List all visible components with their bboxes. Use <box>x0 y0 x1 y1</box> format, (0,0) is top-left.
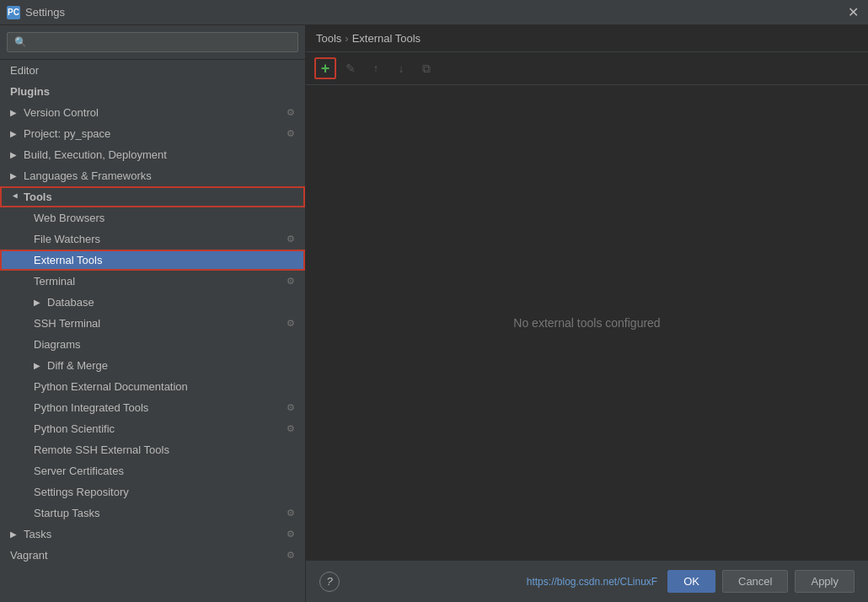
expand-arrow-icon: ▶ <box>34 361 44 370</box>
ok-button[interactable]: OK <box>667 570 715 593</box>
bottom-bar: ? https://blog.csdn.net/CLinuxF OK Cance… <box>306 560 868 602</box>
sidebar-item-label: Terminal <box>34 275 287 288</box>
settings-icon: ⚙ <box>287 529 295 540</box>
breadcrumb-current: External Tools <box>352 32 421 45</box>
sidebar-item-label: Database <box>47 296 295 309</box>
sidebar-item-diff-merge[interactable]: ▶ Diff & Merge <box>0 355 305 376</box>
expand-arrow-icon: ▶ <box>10 529 20 539</box>
settings-icon: ⚙ <box>287 318 295 329</box>
toolbar: + ✎ ↑ ↓ ⧉ <box>306 52 868 85</box>
sidebar-item-external-tools[interactable]: External Tools <box>0 250 305 271</box>
breadcrumb-parent: Tools <box>316 32 341 45</box>
settings-icon: ⚙ <box>287 550 295 561</box>
url-display: https://blog.csdn.net/CLinuxF <box>527 576 657 588</box>
settings-icon: ⚙ <box>287 128 295 139</box>
sidebar-item-python-external-docs[interactable]: Python External Documentation <box>0 376 305 397</box>
main-layout: Editor Plugins ▶ Version Control ⚙ ▶ Pro… <box>0 25 868 602</box>
down-arrow-icon: ↓ <box>399 62 405 75</box>
add-tool-button[interactable]: + <box>314 57 336 79</box>
sidebar-list: Editor Plugins ▶ Version Control ⚙ ▶ Pro… <box>0 60 305 602</box>
sidebar-item-label: Vagrant <box>10 549 287 562</box>
sidebar-item-label: Settings Repository <box>34 486 295 498</box>
search-input[interactable] <box>7 32 298 52</box>
close-button[interactable]: ✕ <box>844 4 861 21</box>
bottom-actions: OK Cancel Apply <box>667 570 855 593</box>
sidebar-item-editor[interactable]: Editor <box>0 60 305 81</box>
sidebar-item-terminal[interactable]: Terminal ⚙ <box>0 271 305 292</box>
sidebar-item-python-scientific[interactable]: Python Scientific ⚙ <box>0 418 305 439</box>
sidebar-item-startup-tasks[interactable]: Startup Tasks ⚙ <box>0 503 305 524</box>
sidebar-item-file-watchers[interactable]: File Watchers ⚙ <box>0 228 305 250</box>
sidebar-item-label: Plugins <box>10 85 295 98</box>
sidebar-item-ssh-terminal[interactable]: SSH Terminal ⚙ <box>0 313 305 334</box>
sidebar-item-tools[interactable]: ▼ Tools <box>0 186 305 207</box>
settings-icon: ⚙ <box>287 423 295 434</box>
sidebar-item-label: Languages & Frameworks <box>24 169 295 182</box>
sidebar-item-label: Diagrams <box>34 338 295 351</box>
sidebar-item-label: Diff & Merge <box>47 359 295 372</box>
sidebar-item-label: External Tools <box>34 254 295 266</box>
sidebar-item-tasks[interactable]: ▶ Tasks ⚙ <box>0 524 305 545</box>
sidebar-item-label: Version Control <box>24 106 287 119</box>
expand-arrow-icon: ▶ <box>10 171 20 180</box>
settings-icon: ⚙ <box>287 276 295 287</box>
sidebar-item-database[interactable]: ▶ Database <box>0 292 305 313</box>
sidebar-item-diagrams[interactable]: Diagrams <box>0 334 305 355</box>
settings-icon: ⚙ <box>287 402 295 413</box>
settings-icon: ⚙ <box>287 234 295 245</box>
sidebar-item-web-browsers[interactable]: Web Browsers <box>0 207 305 228</box>
copy-tool-button[interactable]: ⧉ <box>415 57 437 79</box>
app-icon: PC <box>7 6 20 19</box>
apply-button[interactable]: Apply <box>795 570 855 593</box>
sidebar-item-label: Tools <box>24 191 295 203</box>
expand-arrow-icon: ▶ <box>34 298 44 307</box>
search-bar <box>0 25 305 60</box>
content-body: No external tools configured <box>306 85 868 560</box>
edit-icon: ✎ <box>346 62 356 75</box>
window-title: Settings <box>25 6 65 19</box>
move-up-button[interactable]: ↑ <box>365 57 387 79</box>
sidebar-item-plugins[interactable]: Plugins <box>0 81 305 102</box>
sidebar-item-label: Python Integrated Tools <box>34 401 287 414</box>
sidebar-item-python-integrated-tools[interactable]: Python Integrated Tools ⚙ <box>0 397 305 418</box>
expand-arrow-icon: ▶ <box>10 129 20 138</box>
breadcrumb: Tools › External Tools <box>306 25 868 52</box>
sidebar-item-label: File Watchers <box>34 233 287 245</box>
expand-arrow-icon: ▶ <box>10 108 20 117</box>
sidebar-item-project[interactable]: ▶ Project: py_space ⚙ <box>0 123 305 144</box>
sidebar-item-remote-ssh-external-tools[interactable]: Remote SSH External Tools <box>0 439 305 460</box>
sidebar-item-label: Build, Execution, Deployment <box>24 148 295 161</box>
sidebar-item-label: Editor <box>10 64 295 77</box>
sidebar-item-version-control[interactable]: ▶ Version Control ⚙ <box>0 102 305 123</box>
sidebar-item-languages[interactable]: ▶ Languages & Frameworks <box>0 165 305 186</box>
sidebar-item-label: SSH Terminal <box>34 317 287 330</box>
sidebar: Editor Plugins ▶ Version Control ⚙ ▶ Pro… <box>0 25 306 602</box>
empty-message: No external tools configured <box>513 316 660 330</box>
sidebar-item-settings-repository[interactable]: Settings Repository <box>0 481 305 503</box>
expand-arrow-icon: ▼ <box>11 192 20 202</box>
sidebar-item-label: Python Scientific <box>34 422 287 435</box>
sidebar-item-build[interactable]: ▶ Build, Execution, Deployment <box>0 144 305 165</box>
help-button[interactable]: ? <box>319 572 340 592</box>
sidebar-item-label: Web Browsers <box>34 212 295 224</box>
sidebar-item-label: Remote SSH External Tools <box>34 443 295 456</box>
sidebar-item-label: Tasks <box>24 528 287 540</box>
settings-icon: ⚙ <box>287 107 295 118</box>
copy-icon: ⧉ <box>422 62 431 76</box>
cancel-button[interactable]: Cancel <box>722 570 788 593</box>
title-bar-left: PC Settings <box>7 6 65 19</box>
sidebar-item-vagrant[interactable]: Vagrant ⚙ <box>0 545 305 566</box>
sidebar-item-label: Server Certificates <box>34 465 295 477</box>
move-down-button[interactable]: ↓ <box>390 57 412 79</box>
up-arrow-icon: ↑ <box>373 62 379 75</box>
title-bar: PC Settings ✕ <box>0 0 868 25</box>
sidebar-item-label: Python External Documentation <box>34 380 295 393</box>
sidebar-item-server-certificates[interactable]: Server Certificates <box>0 460 305 481</box>
bottom-right: https://blog.csdn.net/CLinuxF OK Cancel … <box>527 570 855 593</box>
settings-icon: ⚙ <box>287 508 295 519</box>
breadcrumb-separator: › <box>345 32 348 45</box>
content-area: Tools › External Tools + ✎ ↑ ↓ ⧉ No exte… <box>306 25 868 602</box>
sidebar-item-label: Startup Tasks <box>34 507 287 519</box>
sidebar-item-label: Project: py_space <box>24 127 287 140</box>
edit-tool-button[interactable]: ✎ <box>340 57 362 79</box>
